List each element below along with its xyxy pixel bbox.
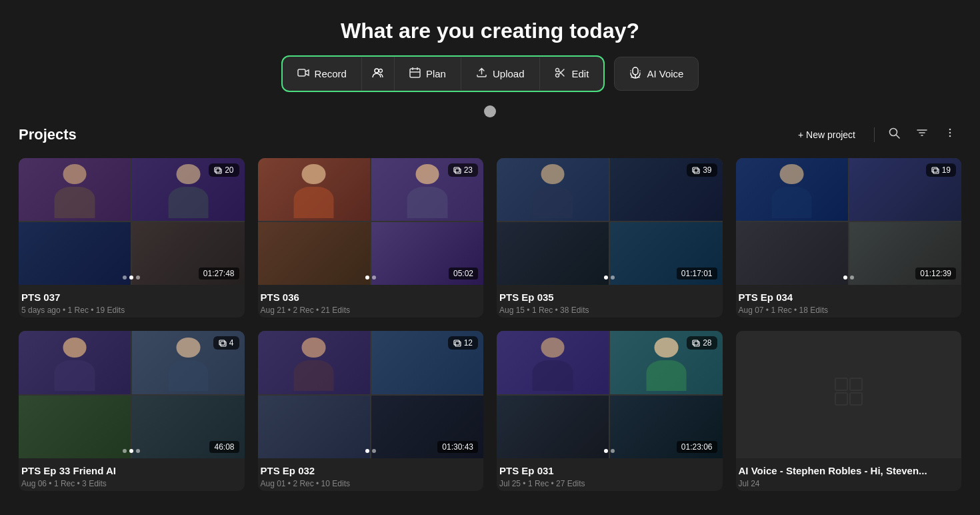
dot-nav (604, 276, 615, 280)
project-thumbnail: 23 05:02 (258, 158, 484, 285)
project-meta: Aug 21 • 2 Rec • 21 Edits (261, 306, 481, 315)
record-button[interactable]: Record (283, 57, 362, 91)
project-thumbnail: 28 01:23:06 (497, 331, 723, 458)
project-info: PTS Ep 034 Aug 07 • 1 Rec • 18 Edits (736, 285, 962, 318)
clip-count-badge: 20 (209, 163, 239, 177)
project-meta: 5 days ago • 1 Rec • 19 Edits (21, 306, 242, 315)
svg-rect-3 (410, 69, 420, 77)
sort-button[interactable] (911, 123, 933, 146)
project-thumbnail: 19 01:12:39 (736, 158, 962, 285)
dot-nav (123, 449, 140, 453)
project-meta: Aug 01 • 2 Rec • 10 Edits (261, 479, 481, 488)
project-info: PTS 037 5 days ago • 1 Rec • 19 Edits (19, 285, 245, 318)
project-card-pts032[interactable]: 12 01:30:43 PTS Ep 032 Aug 01 • 2 Rec • … (258, 331, 484, 490)
projects-header: Projects + New project (19, 123, 961, 146)
dot-nav (365, 276, 376, 280)
svg-point-7 (890, 129, 897, 136)
nav-dot (136, 449, 140, 453)
svg-rect-17 (932, 167, 937, 172)
svg-rect-16 (694, 169, 699, 173)
edit-button[interactable]: Edit (540, 57, 604, 91)
thumb-cell-bl (258, 396, 370, 458)
project-card-pts036[interactable]: 23 05:02 PTS 036 Aug 21 • 2 Rec • 21 Edi… (258, 158, 484, 318)
thumb-cell-tl (497, 331, 609, 394)
project-card-pts034[interactable]: 19 01:12:39 PTS Ep 034 Aug 07 • 1 Rec • … (736, 158, 962, 318)
project-info: PTS Ep 032 Aug 01 • 2 Rec • 10 Edits (258, 458, 484, 491)
project-info: AI Voice - Stephen Robles - Hi, Steven..… (736, 458, 962, 491)
project-card-pts031[interactable]: 28 01:23:06 PTS Ep 031 Jul 25 • 1 Rec • … (497, 331, 723, 490)
thumb-cell-tl (19, 158, 131, 221)
svg-rect-0 (298, 69, 305, 76)
svg-rect-25 (835, 378, 847, 390)
nav-dot-active (843, 276, 847, 280)
project-meta: Jul 24 (739, 479, 959, 488)
project-thumbnail: 20 01:27:48 (19, 158, 245, 285)
project-name: PTS Ep 034 (739, 292, 959, 303)
people-icon (371, 66, 385, 81)
nav-dot (123, 449, 127, 453)
svg-rect-21 (454, 340, 459, 345)
nav-dot (611, 276, 615, 280)
page-header: What are you creating today? (0, 0, 980, 55)
project-card-pts037[interactable]: 20 01:27:48 PTS 037 5 days ago • 1 Rec •… (19, 158, 245, 318)
thumb-cell-bl (497, 222, 609, 285)
project-thumbnail: 12 01:30:43 (258, 331, 484, 458)
thumb-cell-tl (258, 331, 370, 394)
thumb-grid (736, 158, 962, 285)
project-info: PTS Ep 031 Jul 25 • 1 Rec • 27 Edits (497, 458, 723, 491)
nav-dot (136, 276, 140, 280)
svg-point-1 (375, 69, 379, 73)
page-title: What are you creating today? (0, 19, 980, 43)
plan-icon (409, 67, 421, 81)
project-meta: Jul 25 • 1 Rec • 27 Edits (499, 479, 720, 488)
project-name: PTS 036 (261, 292, 481, 303)
plan-button[interactable]: Plan (395, 57, 461, 90)
thumb-cell-bl (258, 222, 370, 285)
nav-dot-active (604, 276, 608, 280)
project-thumbnail: 4 46:08 (19, 331, 245, 458)
upload-icon (476, 67, 487, 81)
projects-grid: 20 01:27:48 PTS 037 5 days ago • 1 Rec •… (19, 158, 961, 491)
nav-dot-active (129, 449, 133, 453)
edit-scissors-icon (555, 67, 567, 81)
menu-button[interactable] (939, 123, 961, 146)
thumb-cell-bl (497, 396, 609, 458)
project-card-pts033[interactable]: 4 46:08 PTS Ep 33 Friend AI Aug 06 • 1 R… (19, 331, 245, 490)
thumb-grid (497, 158, 723, 285)
ai-voice-button[interactable]: AI Voice (614, 57, 699, 91)
svg-rect-22 (455, 342, 461, 346)
dot-nav (843, 276, 854, 280)
record-icon (297, 67, 309, 81)
project-card-pts035[interactable]: 39 01:17:01 PTS Ep 035 Aug 15 • 1 Rec • … (497, 158, 723, 318)
project-info: PTS 036 Aug 21 • 2 Rec • 21 Edits (258, 285, 484, 318)
empty-grid-icon (833, 376, 865, 414)
clip-count-badge: 12 (448, 336, 478, 350)
svg-rect-11 (215, 167, 220, 172)
thumb-grid (497, 331, 723, 458)
projects-title: Projects (19, 126, 77, 143)
project-name: PTS Ep 031 (499, 465, 720, 476)
project-info: PTS Ep 035 Aug 15 • 1 Rec • 38 Edits (497, 285, 723, 318)
project-card-aivoice[interactable]: AI Voice - Stephen Robles - Hi, Steven..… (736, 331, 962, 490)
dot-nav (123, 276, 140, 280)
svg-rect-20 (221, 342, 226, 346)
thumb-cell-bl (19, 222, 131, 285)
svg-rect-14 (455, 169, 461, 173)
svg-rect-27 (835, 393, 847, 405)
upload-button[interactable]: Upload (461, 57, 540, 90)
projects-actions: + New project (787, 123, 961, 146)
duration-badge: 01:17:01 (677, 268, 717, 280)
svg-rect-6 (633, 67, 638, 75)
clip-count-badge: 39 (687, 163, 717, 177)
thumb-grid (19, 331, 245, 458)
nav-dot (123, 276, 127, 280)
nav-dot-active (604, 449, 608, 453)
project-meta: Aug 07 • 1 Rec • 18 Edits (739, 306, 959, 315)
nav-dot-active (365, 276, 369, 280)
record-extra-button[interactable] (362, 57, 395, 91)
duration-badge: 01:30:43 (437, 441, 478, 453)
svg-rect-24 (694, 342, 699, 346)
svg-rect-28 (850, 393, 862, 405)
new-project-button[interactable]: + New project (787, 124, 866, 145)
search-button[interactable] (883, 123, 905, 146)
